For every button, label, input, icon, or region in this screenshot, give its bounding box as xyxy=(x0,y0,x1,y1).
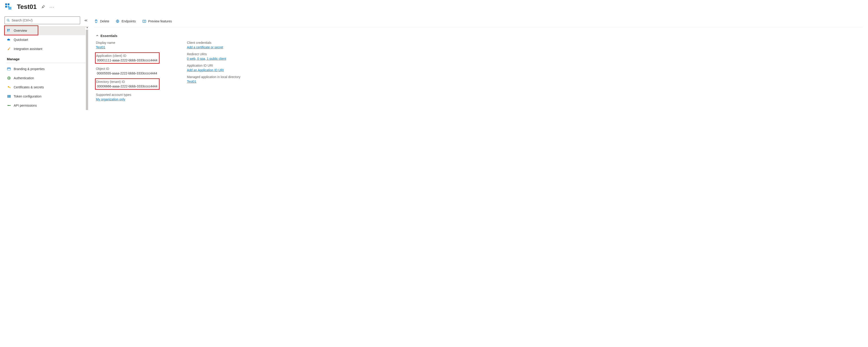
globe-icon xyxy=(116,19,120,23)
svg-rect-2 xyxy=(5,6,7,8)
trash-icon xyxy=(94,19,98,23)
sidebar-item-label: Overview xyxy=(14,29,27,32)
svg-line-5 xyxy=(9,21,9,22)
pin-button[interactable] xyxy=(41,4,45,9)
supported-account-types-link[interactable]: My organization only xyxy=(96,97,125,101)
main-content: Delete Endpoints Preview features Es xyxy=(89,17,868,110)
essentials-toggle[interactable]: Essentials xyxy=(96,34,863,38)
display-name-link[interactable]: Test01 xyxy=(96,45,105,49)
application-id-field: Application (client) ID 00001111-aaaa-22… xyxy=(96,52,160,64)
branding-icon xyxy=(7,67,11,71)
svg-rect-9 xyxy=(9,30,9,31)
chevron-up-icon xyxy=(96,34,99,38)
app-registration-icon xyxy=(5,3,13,11)
field-label: Directory (tenant) ID xyxy=(96,80,158,84)
scrollbar-thumb[interactable] xyxy=(86,30,88,110)
application-id-value: 00001111-aaaa-2222-bbbb-3333cccc4444 xyxy=(96,58,158,62)
tenant-id-value: 00006666-aaaa-2222-bbbb-3333cccc4444 xyxy=(96,85,158,88)
svg-rect-7 xyxy=(9,29,9,30)
sidebar-item-label: API permissions xyxy=(14,104,37,107)
toolbar-label: Endpoints xyxy=(121,20,135,23)
toolbar: Delete Endpoints Preview features xyxy=(94,17,863,27)
delete-button[interactable]: Delete xyxy=(94,19,109,23)
display-name-field: Display name Test01 xyxy=(96,41,160,49)
redirect-uris-link[interactable]: 0 web, 0 spa, 1 public client xyxy=(187,57,226,61)
object-id-field: Object ID 00005555-aaaa-2222-bbbb-3333cc… xyxy=(96,67,160,75)
tenant-id-field: Directory (tenant) ID 00006666-aaaa-2222… xyxy=(96,78,160,90)
field-label: Managed application in local directory xyxy=(187,75,240,79)
svg-rect-6 xyxy=(7,29,8,30)
field-label: Application ID URI xyxy=(187,64,240,67)
cloud-icon xyxy=(7,38,11,42)
field-label: Redirect URIs xyxy=(187,52,240,56)
preview-icon xyxy=(142,19,146,23)
sidebar-item-label: Branding & properties xyxy=(14,67,44,71)
essentials-section: Essentials Display name Test01 Applicati… xyxy=(94,34,863,101)
svg-rect-14 xyxy=(9,87,10,88)
preview-features-button[interactable]: Preview features xyxy=(142,19,172,23)
field-label: Application (client) ID xyxy=(96,54,158,58)
sidebar-item-authentication[interactable]: Authentication xyxy=(5,73,89,83)
svg-rect-0 xyxy=(5,3,7,5)
essentials-right-column: Client credentials Add a certificate or … xyxy=(187,41,240,101)
svg-rect-18 xyxy=(10,95,10,98)
essentials-header-label: Essentials xyxy=(100,34,117,38)
field-label: Display name xyxy=(96,41,160,44)
client-credentials-link[interactable]: Add a certificate or secret xyxy=(187,45,223,49)
application-id-uri-field: Application ID URI Add an Application ID… xyxy=(187,64,240,72)
scrollbar-arrow-up-icon[interactable]: ▲ xyxy=(86,26,88,29)
supported-account-types-field: Supported account types My organization … xyxy=(96,93,160,101)
field-label: Object ID xyxy=(96,67,160,70)
sidebar-item-quickstart[interactable]: Quickstart xyxy=(5,35,89,44)
page-header: Test01 ··· xyxy=(0,0,868,17)
endpoints-button[interactable]: Endpoints xyxy=(116,19,135,23)
sidebar-item-branding[interactable]: Branding & properties xyxy=(5,64,89,73)
token-icon xyxy=(7,94,11,98)
search-input[interactable] xyxy=(12,19,78,22)
divider xyxy=(7,63,86,63)
managed-application-link[interactable]: Test01 xyxy=(187,80,196,83)
svg-rect-8 xyxy=(7,30,8,31)
svg-point-4 xyxy=(7,19,9,21)
key-icon xyxy=(7,85,11,89)
svg-rect-1 xyxy=(8,3,9,5)
api-icon xyxy=(7,103,11,107)
sidebar-scrollbar[interactable]: ▲ xyxy=(85,27,89,110)
sidebar-section-manage: Manage xyxy=(5,54,89,63)
sidebar-item-token-configuration[interactable]: Token configuration xyxy=(5,92,89,101)
sidebar-collapse-button[interactable]: ≪ xyxy=(83,18,89,23)
svg-rect-11 xyxy=(7,68,10,68)
field-label: Supported account types xyxy=(96,93,160,97)
svg-rect-15 xyxy=(10,88,10,88)
sidebar-item-label: Token configuration xyxy=(14,95,41,98)
object-id-value: 00005555-aaaa-2222-bbbb-3333cccc4444 xyxy=(96,71,160,75)
search-icon xyxy=(7,19,10,22)
sidebar-item-label: Authentication xyxy=(14,76,34,80)
svg-point-19 xyxy=(7,105,8,106)
client-credentials-field: Client credentials Add a certificate or … xyxy=(187,41,240,49)
redirect-uris-field: Redirect URIs 0 web, 0 spa, 1 public cli… xyxy=(187,52,240,61)
sidebar: ≪ Overview Quickstart Integration xyxy=(0,17,89,110)
field-label: Client credentials xyxy=(187,41,240,44)
sidebar-item-certificates-secrets[interactable]: Certificates & secrets xyxy=(5,83,89,92)
application-id-uri-link[interactable]: Add an Application ID URI xyxy=(187,68,224,72)
sidebar-item-integration-assistant[interactable]: Integration assistant xyxy=(5,44,89,54)
svg-rect-16 xyxy=(7,95,8,98)
sidebar-item-api-permissions[interactable]: API permissions xyxy=(5,101,89,110)
sidebar-item-label: Certificates & secrets xyxy=(14,85,44,89)
page-title: Test01 xyxy=(17,3,37,10)
essentials-left-column: Display name Test01 Application (client)… xyxy=(96,41,160,101)
sidebar-item-overview[interactable]: Overview xyxy=(5,26,89,35)
sidebar-item-label: Integration assistant xyxy=(14,47,42,51)
svg-rect-17 xyxy=(9,95,9,98)
auth-icon xyxy=(7,76,11,80)
toolbar-label: Delete xyxy=(100,20,109,23)
sidebar-item-label: Quickstart xyxy=(14,38,28,41)
managed-application-field: Managed application in local directory T… xyxy=(187,75,240,83)
search-box[interactable] xyxy=(5,17,80,24)
toolbar-label: Preview features xyxy=(148,20,172,23)
overview-icon xyxy=(7,29,11,33)
more-actions-button[interactable]: ··· xyxy=(50,4,55,9)
rocket-icon xyxy=(7,47,11,51)
svg-point-21 xyxy=(10,105,11,106)
